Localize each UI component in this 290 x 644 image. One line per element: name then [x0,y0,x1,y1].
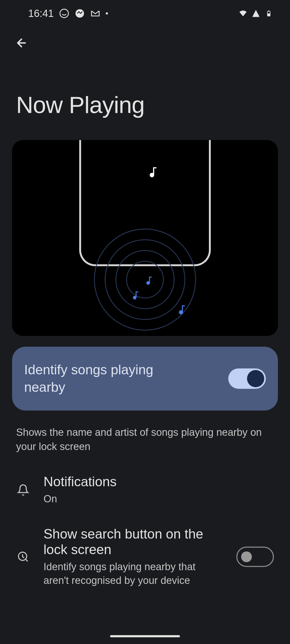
svg-point-1 [75,9,84,18]
svg-rect-4 [267,13,270,16]
back-button[interactable] [13,35,30,51]
search-button-content: Show search button on the lock screen Id… [44,526,223,588]
signal-icon: ! [251,8,261,19]
search-button-subtitle: Identify songs playing nearby that aren'… [44,560,223,588]
illustration [12,140,278,336]
notifications-title: Notifications [44,474,274,489]
more-notifications-dot [106,12,108,14]
svg-rect-5 [268,10,269,11]
notifications-content: Notifications On [44,474,274,506]
svg-text:!: ! [258,14,259,18]
music-note-icon [146,164,160,180]
gmail-icon [90,8,100,19]
status-bar: 16:41 ! [0,0,290,24]
svg-point-0 [60,9,68,18]
music-note-icon [144,274,154,287]
status-right: ! [238,8,274,19]
identify-songs-card[interactable]: Identify songs playing nearby [12,347,278,411]
whatsapp-icon [59,8,69,19]
feature-description: Shows the name and artist of songs playi… [16,425,274,454]
navigation-handle[interactable] [110,635,180,637]
notifications-row[interactable]: Notifications On [16,474,274,506]
identify-songs-toggle[interactable] [228,368,266,389]
music-search-icon [16,550,30,564]
notifications-subtitle: On [44,492,274,506]
bell-icon [16,483,30,497]
search-button-title: Show search button on the lock screen [44,526,223,557]
messenger-icon [75,8,85,19]
search-button-row[interactable]: Show search button on the lock screen Id… [16,526,274,588]
page-title: Now Playing [16,91,290,119]
search-button-toggle[interactable] [236,547,274,567]
music-note-icon [130,289,141,302]
music-note-icon [176,302,188,317]
status-left: 16:41 [28,8,108,19]
wifi-icon [238,8,248,19]
status-time: 16:41 [28,8,54,19]
battery-icon [264,8,274,19]
identify-songs-label: Identify songs playing nearby [24,361,185,396]
